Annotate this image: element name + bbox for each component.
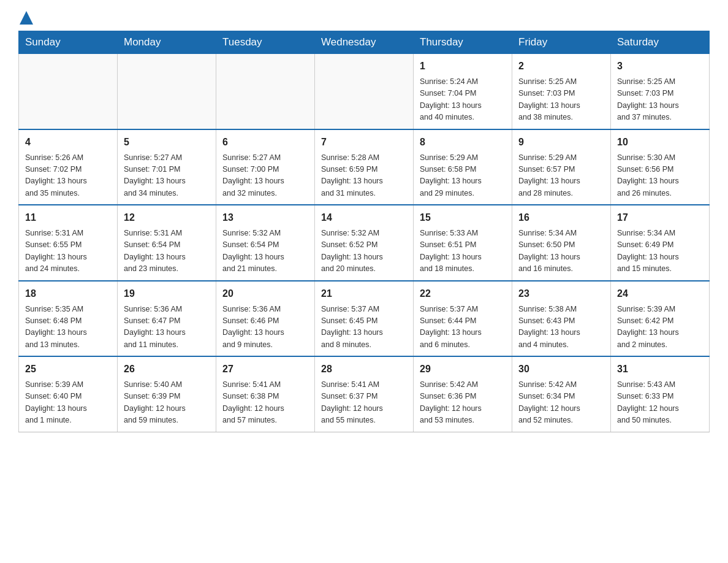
calendar-cell: 6Sunrise: 5:27 AMSunset: 7:00 PMDaylight… xyxy=(216,129,315,205)
calendar-cell: 13Sunrise: 5:32 AMSunset: 6:54 PMDayligh… xyxy=(216,205,315,281)
day-info: Sunrise: 5:43 AMSunset: 6:33 PMDaylight:… xyxy=(617,379,703,427)
day-number: 24 xyxy=(617,286,703,301)
calendar-cell: 18Sunrise: 5:35 AMSunset: 6:48 PMDayligh… xyxy=(19,281,118,357)
day-info: Sunrise: 5:41 AMSunset: 6:37 PMDaylight:… xyxy=(321,379,407,427)
calendar-cell: 22Sunrise: 5:37 AMSunset: 6:44 PMDayligh… xyxy=(414,281,512,357)
day-info: Sunrise: 5:25 AMSunset: 7:03 PMDaylight:… xyxy=(518,76,604,124)
calendar-week-row: 11Sunrise: 5:31 AMSunset: 6:55 PMDayligh… xyxy=(19,205,710,281)
day-number: 9 xyxy=(518,135,604,150)
day-number: 17 xyxy=(617,210,703,225)
day-number: 27 xyxy=(222,362,308,377)
calendar-cell: 20Sunrise: 5:36 AMSunset: 6:46 PMDayligh… xyxy=(216,281,315,357)
calendar-cell xyxy=(118,54,216,129)
day-info: Sunrise: 5:32 AMSunset: 6:52 PMDaylight:… xyxy=(321,228,407,275)
day-info: Sunrise: 5:37 AMSunset: 6:44 PMDaylight:… xyxy=(420,304,506,351)
calendar-cell: 4Sunrise: 5:26 AMSunset: 7:02 PMDaylight… xyxy=(19,129,118,205)
svg-marker-0 xyxy=(20,11,33,25)
calendar-cell xyxy=(216,54,315,129)
day-info: Sunrise: 5:27 AMSunset: 7:00 PMDaylight:… xyxy=(222,152,308,200)
day-number: 1 xyxy=(420,59,506,74)
calendar-cell: 30Sunrise: 5:42 AMSunset: 6:34 PMDayligh… xyxy=(512,356,611,432)
calendar-cell: 31Sunrise: 5:43 AMSunset: 6:33 PMDayligh… xyxy=(611,356,710,432)
calendar-day-header: Tuesday xyxy=(216,31,315,54)
day-info: Sunrise: 5:31 AMSunset: 6:54 PMDaylight:… xyxy=(124,228,210,275)
calendar-day-header: Sunday xyxy=(19,31,118,54)
calendar-cell: 28Sunrise: 5:41 AMSunset: 6:37 PMDayligh… xyxy=(315,356,414,432)
calendar-cell xyxy=(315,54,414,129)
day-info: Sunrise: 5:24 AMSunset: 7:04 PMDaylight:… xyxy=(420,76,506,124)
day-number: 30 xyxy=(518,362,604,377)
calendar-cell: 9Sunrise: 5:29 AMSunset: 6:57 PMDaylight… xyxy=(512,129,611,205)
calendar-cell: 19Sunrise: 5:36 AMSunset: 6:47 PMDayligh… xyxy=(118,281,216,357)
day-number: 29 xyxy=(420,362,506,377)
day-number: 2 xyxy=(518,59,604,74)
day-number: 13 xyxy=(222,210,308,225)
calendar-cell: 12Sunrise: 5:31 AMSunset: 6:54 PMDayligh… xyxy=(118,205,216,281)
day-info: Sunrise: 5:34 AMSunset: 6:49 PMDaylight:… xyxy=(617,228,703,275)
day-info: Sunrise: 5:37 AMSunset: 6:45 PMDaylight:… xyxy=(321,304,407,351)
day-info: Sunrise: 5:27 AMSunset: 7:01 PMDaylight:… xyxy=(124,152,210,200)
calendar-cell xyxy=(19,54,118,129)
calendar-cell: 24Sunrise: 5:39 AMSunset: 6:42 PMDayligh… xyxy=(611,281,710,357)
day-number: 3 xyxy=(617,59,703,74)
calendar-day-header: Thursday xyxy=(414,31,512,54)
logo-arrow-icon xyxy=(20,11,33,25)
day-info: Sunrise: 5:42 AMSunset: 6:36 PMDaylight:… xyxy=(420,379,506,427)
calendar-cell: 14Sunrise: 5:32 AMSunset: 6:52 PMDayligh… xyxy=(315,205,414,281)
day-number: 19 xyxy=(124,286,210,301)
calendar-week-row: 18Sunrise: 5:35 AMSunset: 6:48 PMDayligh… xyxy=(19,281,710,357)
day-number: 21 xyxy=(321,286,407,301)
day-info: Sunrise: 5:36 AMSunset: 6:47 PMDaylight:… xyxy=(124,304,210,351)
calendar-header-row: SundayMondayTuesdayWednesdayThursdayFrid… xyxy=(19,31,710,54)
day-number: 23 xyxy=(518,286,604,301)
day-info: Sunrise: 5:31 AMSunset: 6:55 PMDaylight:… xyxy=(25,228,111,275)
calendar-cell: 8Sunrise: 5:29 AMSunset: 6:58 PMDaylight… xyxy=(414,129,512,205)
calendar-cell: 27Sunrise: 5:41 AMSunset: 6:38 PMDayligh… xyxy=(216,356,315,432)
day-number: 6 xyxy=(222,135,308,150)
day-number: 12 xyxy=(124,210,210,225)
calendar-cell: 23Sunrise: 5:38 AMSunset: 6:43 PMDayligh… xyxy=(512,281,611,357)
day-info: Sunrise: 5:25 AMSunset: 7:03 PMDaylight:… xyxy=(617,76,703,124)
day-info: Sunrise: 5:39 AMSunset: 6:42 PMDaylight:… xyxy=(617,304,703,351)
day-info: Sunrise: 5:33 AMSunset: 6:51 PMDaylight:… xyxy=(420,228,506,275)
day-info: Sunrise: 5:40 AMSunset: 6:39 PMDaylight:… xyxy=(124,379,210,427)
calendar-cell: 7Sunrise: 5:28 AMSunset: 6:59 PMDaylight… xyxy=(315,129,414,205)
logo xyxy=(18,12,33,25)
calendar-week-row: 4Sunrise: 5:26 AMSunset: 7:02 PMDaylight… xyxy=(19,129,710,205)
calendar-day-header: Friday xyxy=(512,31,611,54)
calendar-week-row: 25Sunrise: 5:39 AMSunset: 6:40 PMDayligh… xyxy=(19,356,710,432)
day-number: 20 xyxy=(222,286,308,301)
day-number: 4 xyxy=(25,135,111,150)
calendar-table: SundayMondayTuesdayWednesdayThursdayFrid… xyxy=(18,31,710,432)
day-info: Sunrise: 5:30 AMSunset: 6:56 PMDaylight:… xyxy=(617,152,703,200)
calendar-day-header: Saturday xyxy=(611,31,710,54)
calendar-cell: 11Sunrise: 5:31 AMSunset: 6:55 PMDayligh… xyxy=(19,205,118,281)
day-info: Sunrise: 5:32 AMSunset: 6:54 PMDaylight:… xyxy=(222,228,308,275)
day-info: Sunrise: 5:39 AMSunset: 6:40 PMDaylight:… xyxy=(25,379,111,427)
day-info: Sunrise: 5:34 AMSunset: 6:50 PMDaylight:… xyxy=(518,228,604,275)
day-info: Sunrise: 5:41 AMSunset: 6:38 PMDaylight:… xyxy=(222,379,308,427)
day-info: Sunrise: 5:26 AMSunset: 7:02 PMDaylight:… xyxy=(25,152,111,200)
page-header xyxy=(18,12,710,25)
day-number: 31 xyxy=(617,362,703,377)
day-number: 7 xyxy=(321,135,407,150)
calendar-cell: 2Sunrise: 5:25 AMSunset: 7:03 PMDaylight… xyxy=(512,54,611,129)
calendar-cell: 16Sunrise: 5:34 AMSunset: 6:50 PMDayligh… xyxy=(512,205,611,281)
calendar-day-header: Monday xyxy=(118,31,216,54)
day-number: 11 xyxy=(25,210,111,225)
day-number: 16 xyxy=(518,210,604,225)
calendar-day-header: Wednesday xyxy=(315,31,414,54)
day-number: 22 xyxy=(420,286,506,301)
calendar-cell: 1Sunrise: 5:24 AMSunset: 7:04 PMDaylight… xyxy=(414,54,512,129)
day-info: Sunrise: 5:35 AMSunset: 6:48 PMDaylight:… xyxy=(25,304,111,351)
calendar-cell: 5Sunrise: 5:27 AMSunset: 7:01 PMDaylight… xyxy=(118,129,216,205)
calendar-cell: 3Sunrise: 5:25 AMSunset: 7:03 PMDaylight… xyxy=(611,54,710,129)
calendar-week-row: 1Sunrise: 5:24 AMSunset: 7:04 PMDaylight… xyxy=(19,54,710,129)
day-number: 10 xyxy=(617,135,703,150)
calendar-cell: 17Sunrise: 5:34 AMSunset: 6:49 PMDayligh… xyxy=(611,205,710,281)
day-info: Sunrise: 5:42 AMSunset: 6:34 PMDaylight:… xyxy=(518,379,604,427)
day-number: 28 xyxy=(321,362,407,377)
day-number: 26 xyxy=(124,362,210,377)
day-number: 25 xyxy=(25,362,111,377)
day-info: Sunrise: 5:36 AMSunset: 6:46 PMDaylight:… xyxy=(222,304,308,351)
